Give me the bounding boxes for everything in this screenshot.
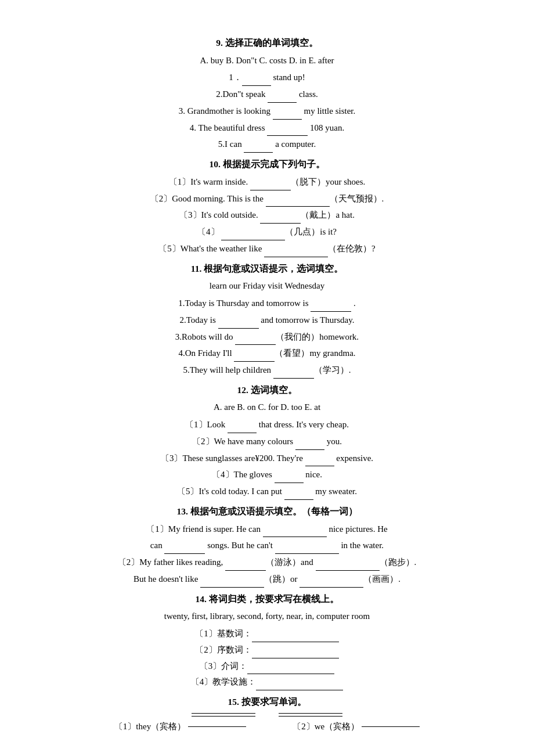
s10-blank3[interactable] (260, 223, 301, 224)
s11-line4: 4.On Friday I'll （看望）my grandma. (46, 345, 488, 362)
s15-item1: 〔1〕they（宾格） (114, 719, 246, 735)
s13-blank1a[interactable] (263, 537, 327, 537)
s9-line1: 1． stand up! (46, 70, 488, 86)
s15-item2-blank[interactable] (362, 726, 420, 727)
s11-blank5[interactable] (273, 378, 314, 379)
section-13-title: 13. 根据句意或汉语提示填空。（每格一词） (46, 503, 488, 520)
s11-line3: 3.Robots will do （我们的）homework. (46, 329, 488, 345)
s11-blank4[interactable] (234, 361, 275, 362)
s12-line2: 〔2〕We have many colours you. (46, 434, 488, 450)
s13-blank2d[interactable] (300, 587, 363, 588)
s10-line2: 〔2〕Good morning. This is the （天气预报）. (46, 191, 488, 207)
s15-toplines (46, 713, 488, 714)
section-14-title: 14. 将词归类，按要求写在横线上。 (46, 591, 488, 608)
s12-blank5[interactable] (284, 499, 313, 500)
s9-line5: 5.I can a computer. (46, 136, 488, 153)
s15-midline-right (279, 716, 342, 717)
s10-line3: 〔3〕It's cold outside. （戴上）a hat. (46, 207, 488, 224)
s11-line1: 1.Today is Thursday and tomorrow is . (46, 296, 488, 312)
s9-blank2[interactable] (268, 102, 297, 103)
s11-line5: 5.They will help children （学习）. (46, 362, 488, 379)
section-9-title: 9. 选择正确的单词填空。 (46, 35, 488, 52)
section-13: 13. 根据句意或汉语提示填空。（每格一词） 〔1〕My friend is s… (46, 503, 488, 588)
s12-line5: 〔5〕It's cold today. I can put my sweater… (46, 484, 488, 500)
page: 9. 选择正确的单词填空。 A. buy B. Don"t C. costs D… (46, 35, 488, 756)
section-14: 14. 将词归类，按要求写在横线上。 twenty, first, librar… (46, 591, 488, 690)
s9-line4: 4. The beautiful dress 108 yuan. (46, 120, 488, 136)
section-9-options: A. buy B. Don"t C. costs D. in E. after (46, 53, 488, 69)
s9-blank5[interactable] (244, 152, 273, 153)
s15-item1-label: 〔1〕they（宾格） (114, 719, 246, 735)
section-12-options: A. are B. on C. for D. too E. at (46, 399, 488, 416)
s9-blank1[interactable] (242, 85, 271, 86)
s13-blank2c[interactable] (200, 587, 264, 588)
s15-midlines (46, 716, 488, 717)
s12-line1: 〔1〕Look that dress. It's very cheap. (46, 417, 488, 433)
s12-line3: 〔3〕These sunglasses are¥200. They're exp… (46, 451, 488, 467)
section-10: 10. 根据提示完成下列句子。 〔1〕It's warm inside. （脱下… (46, 156, 488, 257)
s11-line2: 2.Today is and tomorrow is Thursday. (46, 312, 488, 329)
page-number: 3 / 4 (46, 752, 488, 756)
s15-midline-left (192, 716, 255, 717)
s15-item1-blank[interactable] (188, 726, 246, 727)
s15-bottom: 〔1〕they（宾格） 〔2〕we（宾格） (46, 719, 488, 735)
s10-blank4[interactable] (221, 240, 285, 240)
s12-blank3[interactable] (305, 466, 334, 466)
s13-blank1b[interactable] (164, 553, 205, 554)
s13-line1: 〔1〕My friend is super. He can nice pictu… (46, 521, 488, 538)
section-11-title: 11. 根据句意或汉语提示，选词填空。 (46, 261, 488, 278)
s13-blank1c[interactable] (275, 553, 339, 554)
section-11-options: learn our Friday visit Wednesday (46, 278, 488, 294)
s15-topline-left (192, 713, 255, 714)
s11-blank1[interactable] (311, 311, 351, 312)
s10-line1: 〔1〕It's warm inside. （脱下）your shoes. (46, 174, 488, 190)
section-14-words: twenty, first, library, second, forty, n… (46, 609, 488, 625)
section-15-title: 15. 按要求写单词。 (46, 694, 488, 711)
s9-blank4[interactable] (267, 135, 308, 136)
s15-item2: 〔2〕we（宾格） (293, 719, 420, 735)
section-12: 12. 选词填空。 A. are B. on C. for D. too E. … (46, 382, 488, 500)
s10-blank2[interactable] (266, 206, 330, 207)
s15-item2-label: 〔2〕we（宾格） (293, 719, 420, 735)
s13-blank2b[interactable] (316, 570, 380, 571)
s11-blank2[interactable] (218, 328, 259, 329)
s12-blank1[interactable] (228, 433, 257, 433)
s10-line5: 〔5〕What's the weather like （在伦敦）? (46, 241, 488, 257)
section-15: 15. 按要求写单词。 〔1〕they（宾格） 〔2〕we（宾格） (46, 694, 488, 735)
s13-line1b: can songs. But he can't in the water. (46, 538, 488, 554)
section-9: 9. 选择正确的单词填空。 A. buy B. Don"t C. costs D… (46, 35, 488, 153)
section-10-title: 10. 根据提示完成下列句子。 (46, 156, 488, 173)
s14-row3: 〔3〕介词： (46, 658, 488, 675)
s10-blank5[interactable] (264, 257, 328, 257)
s9-line2: 2.Don"t speak class. (46, 87, 488, 103)
s14-row2: 〔2〕序数词： (46, 642, 488, 658)
section-11: 11. 根据句意或汉语提示，选词填空。 learn our Friday vis… (46, 261, 488, 379)
s15-topline-right (279, 713, 342, 714)
s14-row1: 〔1〕基数词： (46, 626, 488, 642)
s10-blank1[interactable] (250, 190, 291, 190)
s9-line3: 3. Grandmother is looking my little sist… (46, 103, 488, 120)
s13-line2: 〔2〕My father likes reading, （游泳）and （跑步）… (46, 555, 488, 571)
s12-blank2[interactable] (295, 449, 324, 450)
s14-row4: 〔4〕教学设施： (46, 674, 488, 690)
s13-blank2a[interactable] (225, 570, 266, 571)
s12-line4: 〔4〕The gloves nice. (46, 467, 488, 483)
s9-blank3[interactable] (273, 119, 302, 120)
s14-blank4[interactable] (256, 690, 343, 690)
s10-line4: 〔4〕 （几点）is it? (46, 224, 488, 240)
s12-blank4[interactable] (275, 483, 304, 483)
s13-line2b: But he doesn't like （跳）or （画画）. (46, 571, 488, 588)
s11-blank3[interactable] (235, 344, 276, 345)
section-12-title: 12. 选词填空。 (46, 382, 488, 399)
